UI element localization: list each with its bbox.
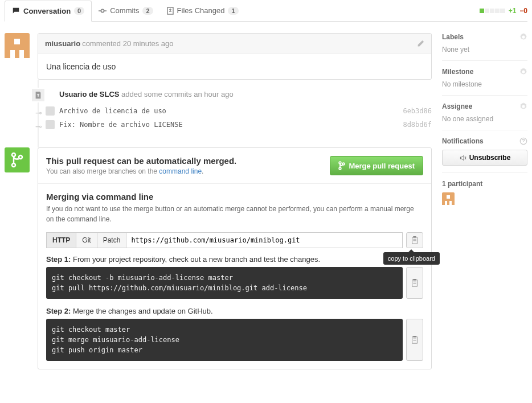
timeline: Usuario de SLCS added some commits an ho… [38,80,432,147]
repo-push-icon [31,88,46,102]
sidebar-labels: Labels None yet [442,33,527,61]
deletions: −0 [519,7,527,15]
tab-files[interactable]: Files Changed 1 [160,0,245,21]
tab-count: 0 [74,7,84,15]
commit-dot-icon: ⊸ [35,122,41,128]
svg-point-2 [12,153,15,157]
svg-rect-9 [413,236,416,238]
tab-conversation[interactable]: Conversation 0 [5,1,92,22]
copy-tooltip: copy to clipboard [383,252,440,265]
svg-point-3 [12,163,15,167]
step2-label: Step 2: Merge the changes and update on … [46,307,423,315]
svg-rect-13 [413,336,416,338]
command-line-link[interactable]: command line [159,167,202,175]
comment-meta: commented 20 minutes ago [82,39,173,48]
proto-patch[interactable]: Patch [97,232,127,248]
milestone-value: No milestone [442,80,527,88]
mute-icon [459,154,466,162]
sidebar-milestone: Milestone No milestone [442,68,527,96]
cli-desc: If you do not want to use the merge butt… [46,204,423,224]
clipboard-icon [411,336,419,344]
push-text: added some commits an hour ago [121,90,234,98]
tab-label: Conversation [23,7,71,15]
step1-code[interactable]: git checkout -b miusuario-add-license ma… [46,267,403,299]
merge-subtitle: You can also merge branches on the comma… [46,167,236,175]
push-event: Usuario de SLCS added some commits an ho… [59,90,432,98]
svg-point-7 [343,163,345,165]
merge-box: This pull request can be automatically m… [38,147,432,369]
tab-count: 2 [142,7,153,15]
commit-avatar [46,106,55,116]
proto-git[interactable]: Git [76,232,97,248]
edit-icon[interactable] [416,40,424,48]
assignee-heading: Assignee [442,102,472,110]
copy-step1-button[interactable] [406,267,423,299]
labels-heading: Labels [442,33,464,41]
gear-icon[interactable] [519,33,527,41]
tab-count: 1 [228,7,238,15]
tab-label: Commits [110,6,139,15]
proto-http[interactable]: HTTP [46,232,76,248]
git-merge-icon [338,161,345,170]
clipboard-icon [411,236,419,244]
commit-avatar [46,120,55,129]
diff-bar [480,9,505,13]
sidebar-participants: 1 participant [442,180,527,205]
commit-message[interactable]: Fix: Nombre de archivo LICENSE [59,121,183,129]
notifications-heading: Notifications [442,137,484,145]
merge-button[interactable]: Merge pull request [330,156,423,175]
commit-sha[interactable]: 8d8bd6f [403,121,432,129]
svg-point-6 [339,167,342,170]
help-icon[interactable] [519,137,527,145]
commit-dot-icon: ⊸ [35,108,41,114]
tab-commits[interactable]: Commits 2 [92,0,159,21]
assignee-value: No one assigned [442,115,527,123]
step1-label: Step 1: From your project repository, ch… [46,255,423,264]
comment-box: miusuario commented 20 minutes ago Una l… [38,33,432,80]
svg-point-0 [101,9,104,12]
commit-row: ⊸ Fix: Nombre de archivo LICENSE 8d8bd6f [35,118,432,131]
participant-avatar[interactable] [442,192,455,205]
commit-icon [99,7,107,15]
step2-code[interactable]: git checkout master git merge miusuario-… [46,319,403,361]
svg-point-5 [339,162,342,164]
clone-url-input[interactable] [126,232,403,248]
diff-stats: +1 −0 [480,7,527,15]
clipboard-icon [411,279,419,287]
gear-icon[interactable] [519,102,527,110]
git-merge-icon [10,152,24,168]
sidebar-notifications: Notifications Unsubscribe [442,137,527,173]
merge-status-badge [5,147,30,172]
participants-heading: 1 participant [442,180,482,188]
comment-icon [12,7,20,15]
additions: +1 [509,7,517,15]
merge-title: This pull request can be automatically m… [46,156,236,166]
milestone-heading: Milestone [442,68,473,76]
copy-url-button[interactable]: copy to clipboard [406,232,423,248]
copy-step2-button[interactable] [406,319,423,361]
push-actor[interactable]: Usuario de SLCS [59,90,119,98]
commit-row: ⊸ Archivo de licencia de uso 6eb3d86 [35,104,432,118]
svg-point-4 [19,155,22,159]
avatar[interactable] [5,33,30,58]
diff-icon [167,7,174,15]
svg-rect-11 [413,279,416,281]
cli-title: Merging via command line [46,192,423,202]
comment-header: miusuario commented 20 minutes ago [38,34,431,54]
commit-sha[interactable]: 6eb3d86 [403,107,432,115]
commit-message[interactable]: Archivo de licencia de uso [59,107,166,115]
tab-label: Files Changed [177,6,225,15]
sidebar-assignee: Assignee No one assigned [442,102,527,130]
unsubscribe-button[interactable]: Unsubscribe [442,150,527,166]
labels-value: None yet [442,46,527,54]
gear-icon[interactable] [519,68,527,76]
comment-author[interactable]: miusuario [45,39,80,48]
tab-bar: Conversation 0 Commits 2 Files Changed 1… [5,0,527,22]
comment-body: Una licencia de uso [38,54,431,79]
